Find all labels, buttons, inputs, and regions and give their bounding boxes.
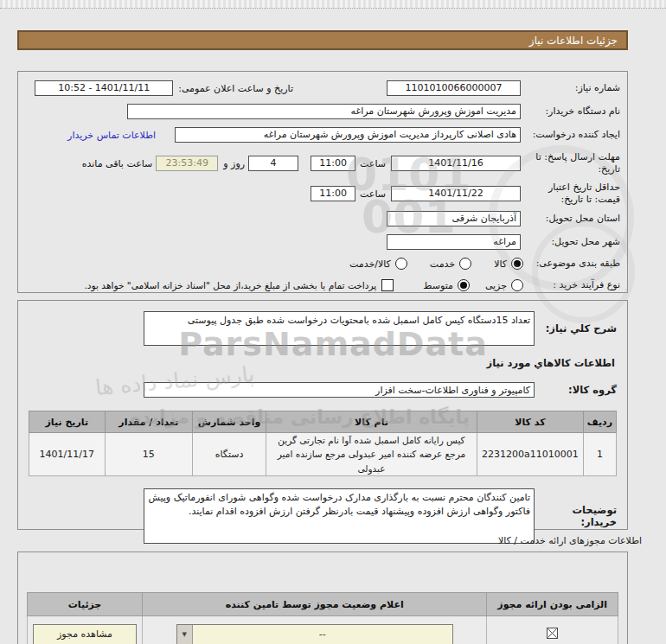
publish-datetime-input[interactable]: 1401/11/11 - 10:52 [35, 80, 173, 96]
remaining-label: ساعت باقی مانده [82, 158, 153, 169]
license-details-cell: مشاهده مجوز [28, 616, 143, 644]
treasury-note-text: پرداخت تمام یا بخشی از مبلغ خرید،از محل … [84, 280, 376, 290]
goods-table: ردیف کد کالا نام کالا واحد شمارش تعداد /… [29, 411, 617, 476]
buyer-notes-textarea[interactable]: تامین کنندگان محترم نسبت به بارگذاری مدا… [144, 488, 535, 544]
reply-deadline-time-input[interactable]: 11:00 [311, 156, 355, 171]
subject-classification-row: طبقه بندی موضوعی: کالا خدمت کالا/خدمت [25, 258, 620, 270]
province-label: استان محل تحویل: [523, 213, 620, 225]
radio-medium-label: متوسط [423, 280, 453, 291]
goods-group-input[interactable]: کامپیوتر و فناوری اطلاعات-سخت افزار [144, 382, 535, 398]
price-validity-date-input[interactable]: 1401/11/22 [391, 186, 521, 201]
license-table-header-row: الزامی بودن ارائه مجوز اعلام وضعیت مجوز … [28, 593, 618, 616]
license-status-value: -- [193, 625, 452, 644]
license-panel: الزامی بودن ارائه مجوز اعلام وضعیت مجوز … [17, 552, 628, 644]
page-top-texture [0, 0, 666, 9]
price-validity-time-input[interactable]: 11:00 [311, 186, 355, 201]
buyer-org-row: نام دستگاه خریدار: مدیریت اموزش وپرورش ش… [25, 104, 620, 119]
radio-goods[interactable] [511, 258, 523, 270]
goods-cell-name: کیس رایانه کامل اسمبل شده آوا نام تجارتی… [266, 433, 477, 476]
need-number-row: شماره نیاز: 1101010066000007 تاریخ و ساع… [25, 80, 620, 96]
price-hour-label: ساعت [360, 188, 386, 200]
province-row: استان محل تحویل: آذربایجان شرقی [25, 211, 620, 226]
goods-info-panel: شرح کلي نیاز: تعداد 15دستگاه کیس کامل اس… [17, 300, 628, 530]
buyer-org-label: نام دستگاه خریدار: [523, 105, 620, 118]
city-row: شهر محل تحویل: مراغه [25, 234, 620, 250]
radio-goods-label: کالا [494, 258, 507, 270]
goods-col-unit: واحد شمارش [193, 411, 266, 433]
license-status-cell: -- ▼ [143, 616, 487, 644]
license-col-status: اعلام وضعیت مجوز توسط تامین کننده [143, 593, 487, 616]
goods-cell-rowno: 1 [583, 433, 616, 476]
process-type-row: نوع فرآیند خرید : جزیی متوسط پرداخت تمام… [25, 279, 620, 291]
subject-option-service: خدمت [430, 258, 471, 270]
price-validity-label: حداقل تاریخ اعتبار قیمت: تا تاریخ: [523, 182, 620, 207]
price-validity-row: حداقل تاریخ اعتبار قیمت: تا تاریخ: 1401/… [25, 181, 620, 207]
goods-group-row: گروه کالا: کامپیوتر و فناوری اطلاعات-سخت… [29, 382, 617, 398]
license-section-heading: اطلاعات مجوزهای ارائه خدمت / کالا [498, 535, 642, 546]
process-option-partial: جزیی [485, 279, 523, 291]
radio-partial-label: جزیی [485, 280, 507, 291]
view-license-button[interactable]: مشاهده مجوز [33, 624, 137, 644]
license-required-cell [487, 616, 618, 644]
treasury-checkbox[interactable] [381, 279, 394, 291]
need-number-input[interactable]: 1101010066000007 [387, 80, 521, 96]
license-col-details: جزئیات [28, 593, 143, 616]
reply-deadline-row: مهلت ارسال پاسخ: تا تاریخ: 1401/11/16 سا… [25, 150, 620, 176]
subject-classification-label: طبقه بندی موضوعی: [523, 258, 620, 270]
city-input[interactable]: مراغه [387, 234, 521, 250]
days-remaining-input[interactable]: 4 [248, 156, 298, 171]
countdown-timer: 23:53:49 [156, 156, 218, 171]
buyer-notes-label: توضیحات خریدار: [535, 504, 617, 528]
radio-service[interactable] [459, 258, 471, 270]
subject-option-goods: کالا [494, 258, 523, 270]
radio-partial[interactable] [511, 279, 523, 291]
process-option-medium: متوسط [423, 279, 470, 291]
page-title: جزئیات اطلاعات نیاز [17, 30, 628, 50]
goods-table-header-row: ردیف کد کالا نام کالا واحد شمارش تعداد /… [29, 411, 617, 433]
license-required-checkbox[interactable] [546, 627, 559, 640]
city-label: شهر محل تحویل: [523, 236, 620, 248]
publish-datetime-label: تاریخ و ساعت اعلان عمومی: [178, 83, 293, 94]
need-desc-row: شرح کلي نیاز: تعداد 15دستگاه کیس کامل اس… [29, 311, 617, 346]
goods-col-needdate: تاریخ نیاز [29, 411, 106, 433]
need-desc-input[interactable]: تعداد 15دستگاه کیس کامل اسمبل شده بامحتو… [144, 311, 535, 346]
goods-col-code: کد کالا [477, 411, 584, 433]
subject-option-both: کالا/خدمت [349, 258, 407, 270]
dropdown-arrow-icon[interactable]: ▼ [177, 625, 193, 644]
license-status-dropdown[interactable]: -- ▼ [176, 624, 453, 644]
goods-cell-code: 2231200a11010001 [477, 433, 584, 476]
goods-cell-needdate: 1401/11/17 [29, 433, 106, 476]
goods-table-row: 1 2231200a11010001 کیس رایانه کامل اسمبل… [29, 433, 617, 476]
goods-cell-unit: دستگاه [193, 433, 266, 476]
need-details-page: { "page": { "title_bar": "جزئیات اطلاعات… [0, 0, 666, 644]
license-col-required: الزامی بودن ارائه مجوز [487, 593, 618, 616]
need-desc-label: شرح کلي نیاز: [535, 322, 617, 335]
goods-col-qty: تعداد / مقدار [105, 411, 193, 433]
goods-col-name: نام کالا [266, 411, 477, 433]
need-info-panel: شماره نیاز: 1101010066000007 تاریخ و ساع… [17, 71, 628, 293]
radio-medium[interactable] [458, 279, 470, 291]
license-table-row: -- ▼ مشاهده مجوز [28, 616, 618, 644]
request-creator-label: ایجاد کننده درخواست: [523, 129, 620, 141]
buyer-org-input[interactable]: مدیریت اموزش وپرورش شهرستان مراغه [127, 104, 521, 119]
radio-goods-service[interactable] [395, 258, 407, 270]
radio-goods-service-label: کالا/خدمت [349, 258, 391, 270]
license-table: الزامی بودن ارائه مجوز اعلام وضعیت مجوز … [27, 592, 618, 644]
goods-cell-qty: 15 [105, 433, 193, 476]
goods-group-label: گروه کالا: [535, 384, 617, 396]
request-creator-row: ایجاد کننده درخواست: هادی اصلانی کارپردا… [25, 127, 620, 143]
goods-col-rowno: ردیف [583, 411, 616, 433]
radio-service-label: خدمت [430, 258, 455, 270]
request-creator-input[interactable]: هادی اصلانی کارپرداز مدیریت اموزش وپرورش… [175, 127, 521, 143]
goods-info-heading: اطلاعات کالاهاي مورد نیاز [29, 357, 615, 369]
days-and-label: روز و [223, 158, 245, 169]
buyer-contact-link[interactable]: اطلاعات تماس خریدار [67, 130, 156, 141]
process-type-label: نوع فرآیند خرید : [523, 279, 620, 291]
reply-deadline-label: مهلت ارسال پاسخ: تا تاریخ: [523, 151, 620, 176]
reply-hour-label: ساعت [360, 158, 386, 169]
reply-deadline-date-input[interactable]: 1401/11/16 [391, 156, 521, 171]
province-input[interactable]: آذربایجان شرقی [387, 211, 521, 226]
need-number-label: شماره نیاز: [523, 82, 620, 94]
